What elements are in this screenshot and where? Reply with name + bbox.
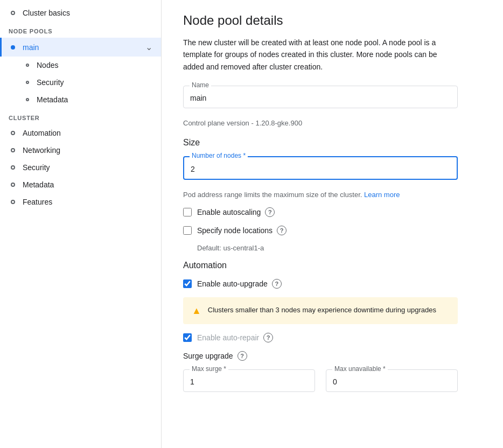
cluster-basics-dot bbox=[11, 11, 15, 15]
node-locations-label: Specify node locations bbox=[197, 226, 273, 235]
sidebar-item-security[interactable]: Security bbox=[0, 159, 161, 176]
autoscaling-checkbox[interactable] bbox=[183, 208, 192, 216]
max-surge-label: Max surge * bbox=[190, 365, 228, 373]
max-unavailable-field: Max unavailable * bbox=[326, 369, 458, 392]
surge-upgrade-row: Surge upgrade ? bbox=[183, 351, 481, 361]
warning-text: Clusters smaller than 3 nodes may experi… bbox=[208, 305, 436, 316]
auto-repair-row: Enable auto-repair ? bbox=[183, 333, 481, 342]
security-label: Security bbox=[37, 78, 64, 87]
networking-dot bbox=[11, 148, 15, 152]
automation-label: Automation bbox=[23, 129, 152, 137]
node-locations-checkbox[interactable] bbox=[183, 226, 192, 235]
number-of-nodes-input[interactable] bbox=[183, 156, 458, 180]
autoscaling-label: Enable autoscaling bbox=[197, 208, 261, 216]
security-cluster-dot bbox=[11, 165, 15, 170]
sidebar-subitem-security[interactable]: Security bbox=[0, 74, 161, 91]
name-input[interactable] bbox=[183, 86, 458, 108]
sidebar: Cluster basics NODE POOLS main ⌄ Nodes S… bbox=[0, 0, 162, 448]
learn-more-link[interactable]: Learn more bbox=[364, 191, 400, 199]
automation-dot bbox=[11, 131, 15, 135]
autoscaling-help-icon[interactable]: ? bbox=[265, 207, 275, 217]
number-of-nodes-label: Number of nodes * bbox=[190, 152, 248, 159]
cluster-section-label: CLUSTER bbox=[0, 108, 161, 124]
max-unavailable-input[interactable] bbox=[326, 369, 458, 392]
auto-repair-checkbox[interactable] bbox=[183, 333, 192, 342]
surge-fields: Max surge * Max unavailable * bbox=[183, 369, 458, 392]
automation-section: Automation Enable auto-upgrade ? ▲ Clust… bbox=[183, 261, 481, 342]
location-default-text: Default: us-central1-a bbox=[197, 244, 481, 252]
surge-upgrade-title: Surge upgrade bbox=[183, 352, 233, 360]
page-description: The new cluster will be created with at … bbox=[183, 37, 458, 73]
sidebar-item-main[interactable]: main ⌄ bbox=[0, 38, 161, 57]
auto-repair-help-icon[interactable]: ? bbox=[263, 333, 273, 342]
number-of-nodes-field-group: Number of nodes * bbox=[183, 156, 481, 180]
helper-text: Pod address range limits the maximum siz… bbox=[183, 191, 481, 199]
auto-upgrade-row: Enable auto-upgrade ? bbox=[183, 279, 481, 289]
autoscaling-row: Enable autoscaling ? bbox=[183, 207, 481, 217]
security-cluster-label: Security bbox=[23, 163, 152, 172]
nodes-label: Nodes bbox=[37, 61, 58, 69]
name-field-group: Name bbox=[183, 86, 481, 108]
helper-text-content: Pod address range limits the maximum siz… bbox=[183, 191, 362, 199]
cluster-basics-label: Cluster basics bbox=[23, 9, 152, 17]
node-locations-row: Specify node locations ? bbox=[183, 226, 481, 235]
metadata-dot bbox=[26, 98, 29, 101]
auto-upgrade-label: Enable auto-upgrade bbox=[197, 279, 268, 288]
page-title: Node pool details bbox=[183, 13, 481, 28]
metadata-cluster-dot bbox=[11, 183, 15, 187]
main-pool-dot bbox=[11, 45, 15, 50]
node-locations-help-icon[interactable]: ? bbox=[277, 226, 287, 235]
metadata-cluster-label: Metadata bbox=[23, 180, 152, 189]
surge-upgrade-help-icon[interactable]: ? bbox=[237, 351, 247, 361]
sidebar-item-cluster-basics[interactable]: Cluster basics bbox=[0, 4, 161, 22]
features-label: Features bbox=[23, 198, 152, 206]
control-plane-version: Control plane version - 1.20.8-gke.900 bbox=[183, 119, 481, 127]
node-pools-section-label: NODE POOLS bbox=[0, 22, 161, 38]
metadata-label: Metadata bbox=[37, 95, 68, 104]
chevron-up-icon: ⌄ bbox=[145, 42, 152, 52]
sidebar-item-networking[interactable]: Networking bbox=[0, 142, 161, 159]
max-unavailable-label: Max unavailable * bbox=[332, 365, 388, 373]
sidebar-item-features[interactable]: Features bbox=[0, 193, 161, 211]
auto-upgrade-help-icon[interactable]: ? bbox=[272, 279, 282, 289]
automation-section-title: Automation bbox=[183, 261, 481, 270]
auto-repair-label: Enable auto-repair bbox=[197, 333, 259, 342]
sidebar-item-automation[interactable]: Automation bbox=[0, 124, 161, 142]
warning-triangle-icon: ▲ bbox=[192, 305, 201, 317]
sidebar-subitem-nodes[interactable]: Nodes bbox=[0, 57, 161, 74]
main-content: Node pool details The new cluster will b… bbox=[162, 0, 503, 448]
sidebar-item-metadata-cluster[interactable]: Metadata bbox=[0, 176, 161, 193]
nodes-dot bbox=[26, 64, 29, 67]
sidebar-subitem-metadata[interactable]: Metadata bbox=[0, 91, 161, 108]
features-dot bbox=[11, 200, 15, 204]
auto-upgrade-checkbox[interactable] bbox=[183, 279, 192, 288]
max-surge-field: Max surge * bbox=[183, 369, 315, 392]
size-section-title: Size bbox=[183, 138, 481, 148]
warning-box: ▲ Clusters smaller than 3 nodes may expe… bbox=[183, 297, 458, 324]
main-pool-label: main bbox=[23, 43, 145, 52]
security-dot bbox=[26, 81, 29, 84]
name-field-label: Name bbox=[190, 81, 211, 89]
max-surge-input[interactable] bbox=[183, 369, 315, 392]
networking-label: Networking bbox=[23, 146, 152, 155]
